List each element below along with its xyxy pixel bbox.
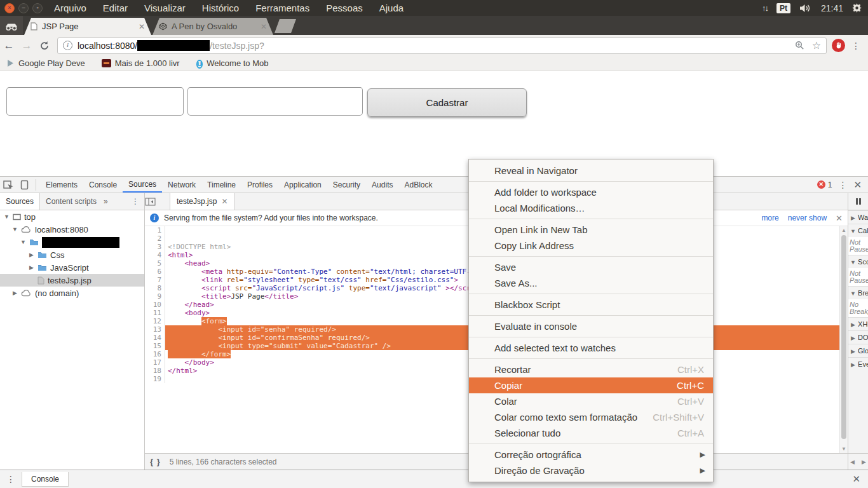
browser-tab-codepen[interactable]: A Pen by Osvaldo ✕ [153,18,273,35]
line-number[interactable]: 11 [145,309,165,317]
line-number[interactable]: 18 [145,367,165,375]
tree-item-no-domain[interactable]: ▶(no domain) [0,287,144,299]
sidebar-section-breakpoints[interactable]: ▼ Breakpoints [848,286,868,299]
browser-tab-jsp-page[interactable]: JSP Page ✕ [24,18,151,35]
context-menu-item-evaluate-in-console[interactable]: Evaluate in console [469,318,713,334]
expanded-arrow-icon[interactable]: ▼ [4,214,10,220]
line-number[interactable]: 12 [145,317,165,325]
tab-close-icon[interactable]: ✕ [261,22,267,31]
adblock-extension-icon[interactable] [832,39,845,52]
line-number[interactable]: 3 [145,243,165,251]
zoom-icon[interactable] [795,41,804,50]
sources-pane-menu-icon[interactable]: ⋮ [132,197,139,206]
devtools-tab-console[interactable]: Console [83,177,123,193]
tab-close-icon[interactable]: ✕ [139,22,145,31]
line-number[interactable]: 8 [145,284,165,292]
subtab-sources[interactable]: Sources [0,193,40,210]
window-close-button[interactable]: × [4,3,15,13]
menubar-item-pessoas[interactable]: Pessoas [326,3,363,13]
cadastrar-button[interactable]: Cadastrar [367,88,527,117]
keyboard-layout-indicator[interactable]: Pt [776,3,790,13]
bookmark-welcome-to-mob[interactable]: UWelcome to Mob [196,58,269,68]
devtools-menu-icon[interactable]: ⋮ [838,180,847,190]
clock[interactable]: 21:41 [821,3,843,13]
bookmark-mais-de-1-000-livr[interactable]: Mais de 1.000 livr [102,58,180,68]
banner-close-icon[interactable]: ✕ [836,214,843,223]
menubar-item-visualizar[interactable]: Visualizar [144,3,186,13]
context-menu-item-save-as[interactable]: Save As... [469,275,713,291]
devtools-tab-profiles[interactable]: Profiles [241,177,278,193]
subtab-overflow-chevron[interactable]: » [104,197,108,206]
tree-item-css[interactable]: ▶Css [0,248,144,261]
pretty-print-icon[interactable]: { } [150,457,161,466]
inspect-element-icon[interactable] [3,180,14,190]
devtools-close-icon[interactable]: ✕ [853,179,862,191]
line-number[interactable]: 1 [145,226,165,234]
console-error-badge[interactable]: ✕1 [817,180,832,189]
line-number[interactable]: 10 [145,301,165,309]
tree-item-javascript[interactable]: ▶JavaScript [0,261,144,274]
line-number[interactable]: 19 [145,375,165,383]
context-menu-item-recortar[interactable]: RecortarCtrl+X [469,362,713,377]
back-button[interactable]: ← [0,39,18,52]
devtools-tab-adblock[interactable]: AdBlock [398,177,438,193]
context-menu-item-add-folder-to-workspace[interactable]: Add folder to workspace [469,184,713,200]
scroll-left-icon[interactable]: ◀ [850,459,855,465]
network-indicator-icon[interactable]: ↑↓ [762,3,768,13]
devtools-tab-network[interactable]: Network [162,177,201,193]
volume-icon[interactable] [799,4,812,13]
scroll-right-icon[interactable]: ▶ [862,459,866,465]
line-number[interactable]: 2 [145,234,165,243]
address-bar[interactable]: i localhost:8080//testeJsp.jsp? ☆ [57,37,827,54]
devtools-tab-audits[interactable]: Audits [366,177,398,193]
drawer-tab-console[interactable]: Console [22,472,69,487]
line-number[interactable]: 17 [145,358,165,367]
context-menu-item-copiar[interactable]: CopiarCtrl+C [469,377,713,393]
scrollbar-thumb[interactable] [841,235,846,439]
context-menu-item-selecionar-tudo[interactable]: Selecionar tudoCtrl+A [469,425,713,441]
expanded-arrow-icon[interactable]: ▼ [12,226,18,233]
site-info-icon[interactable]: i [63,41,72,50]
line-number[interactable]: 6 [145,268,165,276]
line-number[interactable]: 14 [145,334,165,342]
menubar-item-editar[interactable]: Editar [103,3,128,13]
tree-item-localhost-8080[interactable]: ▼localhost:8080 [0,223,144,236]
menubar-item-ferramentas[interactable]: Ferramentas [255,3,309,13]
sidebar-horizontal-scroll[interactable]: ◀ ▶ [848,453,868,470]
editor-tab-close-icon[interactable]: ✕ [221,197,227,206]
sidebar-section-global-listeners[interactable]: ▶ Global Listeners [848,344,868,357]
senha-input[interactable] [6,87,184,116]
bookmark-star-icon[interactable]: ☆ [812,39,821,51]
scroll-down-icon[interactable]: ▼ [840,446,848,452]
menubar-item-ajuda[interactable]: Ajuda [379,3,403,13]
reload-button[interactable] [36,41,53,51]
line-number[interactable]: 5 [145,259,165,268]
menubar-item-arquivo[interactable]: Arquivo [54,3,86,13]
expanded-arrow-icon[interactable]: ▼ [20,239,26,245]
context-menu-item-colar[interactable]: ColarCtrl+V [469,393,713,409]
sidebar-section-event-listener-breakpoints[interactable]: ▶ Event Listener Breakpoints [848,357,868,370]
context-menu-item-open-link-in-new-tab[interactable]: Open Link in New Tab [469,222,713,238]
line-number[interactable]: 15 [145,342,165,350]
devtools-tab-application[interactable]: Application [278,177,327,193]
sidebar-section-call-stack[interactable]: ▼ Call Stack [848,224,868,237]
browser-menu-icon[interactable]: ⋮ [851,41,860,51]
line-number[interactable]: 4 [145,251,165,259]
tree-item-top[interactable]: ▼top [0,210,144,223]
devtools-tab-timeline[interactable]: Timeline [201,177,241,193]
line-number[interactable]: 13 [145,325,165,334]
sidebar-section-scope[interactable]: ▼ Scope [848,255,868,268]
banner-more-link[interactable]: more [761,214,778,222]
devtools-tab-elements[interactable]: Elements [40,177,83,193]
context-menu-item-add-selected-text-to-watches[interactable]: Add selected text to watches [469,340,713,356]
context-menu-item-blackbox-script[interactable]: Blackbox Script [469,297,713,313]
confirma-senha-input[interactable] [187,87,363,116]
pause-script-icon[interactable] [856,198,861,205]
drawer-close-icon[interactable]: ✕ [852,473,860,485]
devtools-tab-sources[interactable]: Sources [123,177,162,193]
context-menu-item-corre-o-ortogr-fica[interactable]: Correção ortográfica▶ [469,447,713,463]
context-menu-item-save[interactable]: Save [469,259,713,275]
context-menu-item-copy-link-address[interactable]: Copy Link Address [469,238,713,254]
subtab-content-scripts[interactable]: Content scripts [40,193,102,210]
context-menu-item-local-modifications[interactable]: Local Modifications… [469,200,713,216]
